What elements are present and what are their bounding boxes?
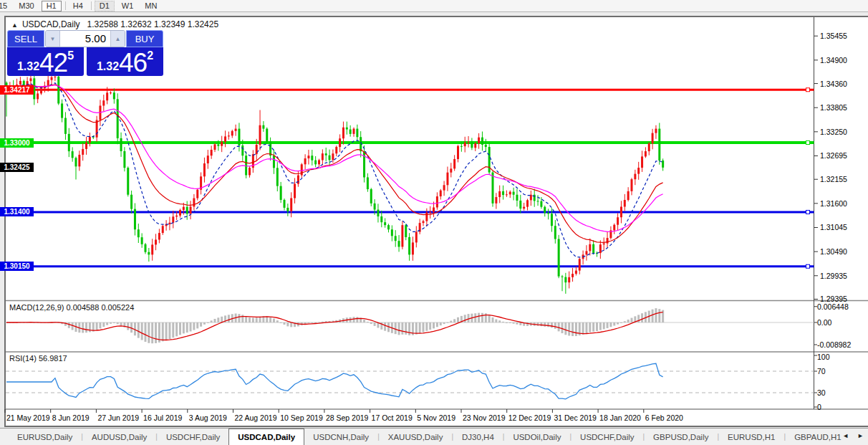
date-axis-label: 16 Jul 2019: [143, 413, 182, 422]
date-axis-label: 12 Dec 2019: [508, 413, 551, 422]
volume-down-button[interactable]: ▼: [46, 31, 59, 47]
date-axis-label: 6 Feb 2020: [645, 413, 683, 422]
timeframe-button-w1[interactable]: W1: [117, 1, 138, 11]
sell-button[interactable]: SELL: [7, 30, 44, 47]
sell-price-pip: 5: [67, 49, 74, 62]
current-price-chip: 1.32425: [0, 163, 34, 172]
hline-price-chip: 1.33000: [0, 138, 34, 148]
chart-title: ▲USDCAD,Daily1.32588 1.32632 1.32349 1.3…: [11, 19, 218, 29]
sell-price-prefix: 1.32: [17, 60, 39, 73]
rsi-axis-label: 70: [817, 367, 826, 375]
hline-price-chip: 1.30150: [0, 262, 34, 271]
timeframe-button-mn[interactable]: MN: [140, 1, 161, 11]
macd-indicator-label: MACD(12,26,9) 0.004588 0.005224: [9, 303, 134, 312]
buy-price-big: 46: [119, 49, 147, 76]
date-axis-label: 18 Jan 2020: [599, 413, 641, 422]
date-axis-label: 5 Nov 2019: [417, 413, 455, 422]
date-axis-label: 28 Sep 2019: [326, 413, 369, 422]
date-axis-label: 8 Jun 2019: [52, 413, 90, 422]
hline-price-chip: 1.34217: [0, 85, 34, 95]
price-axis-label: 1.32155: [820, 175, 847, 183]
tab-eurusd-daily[interactable]: EURUSD,Daily: [9, 429, 81, 445]
tab-usdcnh-daily[interactable]: USDCNH,Daily: [304, 429, 377, 445]
hline-price-chip: 1.31400: [0, 207, 34, 216]
price-axis-label: 1.29935: [820, 272, 847, 280]
tab-gbpusd-daily[interactable]: GBPUSD,Daily: [645, 429, 717, 445]
price-axis-label: 1.33805: [820, 103, 847, 112]
date-axis-label: 23 Nov 2019: [463, 413, 506, 422]
price-axis-label: 1.32695: [820, 151, 847, 160]
tab-usdchf-daily[interactable]: USDCHF,Daily: [158, 429, 228, 445]
timeframe-button-d1[interactable]: D1: [95, 1, 115, 11]
volume-input[interactable]: 5.00: [59, 31, 111, 47]
mt4-window: { "toolbar": { "timeframes": ["15","M30"…: [0, 0, 868, 445]
timeframe-button-h4[interactable]: H4: [69, 1, 87, 11]
tab-audusd-daily[interactable]: AUDUSD,Daily: [83, 429, 155, 445]
price-axis-label: 1.31045: [820, 223, 847, 231]
tab-usdchf-daily[interactable]: USDCHF,Daily: [572, 429, 642, 445]
chart-ohlc-values: 1.32588 1.32632 1.32349 1.32425: [87, 19, 219, 29]
sell-price-big: 42: [39, 49, 67, 76]
macd-axis-label: 0.006448: [817, 302, 849, 311]
date-axis-label: 21 May 2019: [6, 413, 50, 422]
tab-eurusd-h1[interactable]: EURUSD,H1: [719, 429, 783, 445]
buy-price-pip: 2: [147, 49, 153, 62]
tab-usdoil-daily[interactable]: USDOil,Daily: [504, 429, 569, 445]
price-axis-label: 1.34900: [820, 56, 847, 64]
price-axis-label: 1.31600: [820, 199, 847, 208]
date-axis-label: 31 Dec 2019: [554, 413, 597, 422]
rsi-axis-label: 30: [817, 388, 826, 397]
macd-axis-label: 0.00: [817, 318, 831, 327]
price-axis-label: 1.30490: [820, 247, 847, 256]
chevron-up-icon: ▲: [115, 36, 121, 42]
timeframe-toolbar: 15M30H1H4D1W1MN: [0, 0, 868, 12]
toolbar-separator: [91, 1, 92, 10]
rsi-indicator-label: RSI(14) 56.9817: [9, 354, 67, 363]
chart-tab-bar: EURUSD,Daily|AUDUSD,Daily|USDCHF,DailyUS…: [0, 428, 868, 445]
rsi-axis-label: 0: [817, 403, 821, 411]
macd-axis-label: -0.008982: [817, 340, 851, 349]
tab-scroll-left-icon[interactable]: ◄: [842, 432, 849, 439]
tab-usdcad-daily[interactable]: USDCAD,Daily: [228, 429, 304, 445]
tab-xauusd-daily[interactable]: XAUUSD,Daily: [380, 429, 452, 445]
price-axis-label: 1.34360: [820, 80, 847, 88]
date-axis-label: 3 Aug 2019: [189, 413, 227, 422]
tab-scroll-arrows: ◄►: [834, 432, 864, 439]
price-axis-label: 1.35455: [820, 32, 847, 40]
sell-price-display[interactable]: 1.32425: [7, 47, 84, 76]
price-axis-label: 1.33250: [820, 128, 847, 136]
buy-price-display[interactable]: 1.32462: [87, 47, 163, 76]
buy-price-prefix: 1.32: [97, 60, 119, 73]
timeframe-button-h1[interactable]: H1: [42, 1, 62, 11]
date-axis-label: 17 Oct 2019: [372, 413, 413, 422]
buy-button[interactable]: BUY: [126, 30, 163, 47]
timeframe-button-m30[interactable]: M30: [14, 1, 38, 11]
toolbar-separator: [65, 1, 66, 10]
collapse-triangle-icon[interactable]: ▲: [11, 21, 18, 29]
tab-scroll-right-icon[interactable]: ►: [857, 432, 864, 439]
volume-spinner: ▼ 5.00 ▲: [45, 30, 125, 47]
date-axis-label: 10 Sep 2019: [280, 413, 323, 422]
rsi-axis-label: 100: [817, 353, 830, 361]
chevron-down-icon: ▼: [50, 36, 56, 42]
one-click-trading-panel: SELL ▼ 5.00 ▲ BUY 1.32425 1.32462: [7, 30, 163, 76]
chart-symbol-label: USDCAD,Daily: [22, 19, 80, 29]
date-axis-label: 27 Jun 2019: [97, 413, 139, 422]
volume-up-button[interactable]: ▲: [111, 31, 125, 47]
timeframe-button-15[interactable]: 15: [0, 1, 11, 11]
date-axis-label: 22 Aug 2019: [235, 413, 277, 422]
tab-dj30-h4[interactable]: DJ30,H4: [453, 429, 503, 445]
